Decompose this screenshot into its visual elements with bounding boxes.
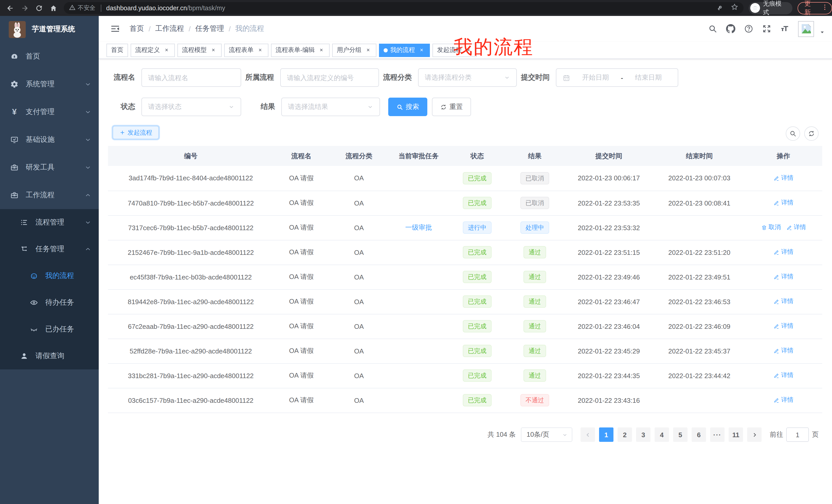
close-icon[interactable]: × (418, 47, 425, 54)
refresh-icon (440, 104, 447, 110)
detail-link[interactable]: 详情 (773, 248, 794, 257)
tab-process-form-edit[interactable]: 流程表单-编辑× (271, 44, 330, 57)
next-page-button[interactable] (747, 427, 761, 442)
tab-my-process[interactable]: 我的流程× (379, 44, 430, 57)
fullscreen-icon[interactable] (762, 24, 771, 33)
browser-home-icon[interactable] (46, 1, 61, 15)
date-range-picker[interactable]: 开始日期 - 结束日期 (556, 68, 678, 87)
help-icon[interactable] (744, 24, 753, 33)
sidebar-item-infrastructure[interactable]: 基础设施 (0, 126, 99, 153)
prev-page-button[interactable] (580, 427, 595, 442)
tab-home[interactable]: 首页 (106, 44, 128, 57)
chevron-down-icon (562, 432, 568, 438)
avatar[interactable] (798, 21, 814, 37)
sidebar-collapse-icon[interactable] (110, 24, 120, 34)
url-text[interactable]: dashboard.yudao.iocoder.cn/bpm/task/my (106, 4, 225, 11)
tab-user-group[interactable]: 用户分组× (332, 44, 376, 57)
browser-back-icon[interactable] (3, 1, 18, 15)
detail-link[interactable]: 详情 (773, 346, 794, 355)
search-icon[interactable] (708, 24, 717, 33)
create-process-button[interactable]: 发起流程 (113, 126, 159, 139)
page-button-2[interactable]: 2 (618, 427, 632, 442)
sidebar-item-workflow[interactable]: 工作流程 (0, 181, 99, 209)
process-definition-input[interactable] (287, 74, 372, 81)
sidebar-item-todo-tasks[interactable]: 待办任务 (0, 289, 99, 316)
avatar-dropdown-caret-icon[interactable] (820, 30, 825, 35)
table-row: 2152467e-7b9b-11ec-9a1b-acde48001122OA 请… (108, 240, 822, 264)
detail-link[interactable]: 详情 (773, 297, 794, 306)
sidebar-item-payment-mgmt[interactable]: ¥支付管理 (0, 98, 99, 126)
sidebar-item-my-process[interactable]: 我的流程 (0, 262, 99, 289)
tab-process-model[interactable]: 流程模型× (177, 44, 222, 57)
search-button[interactable]: 搜索 (388, 97, 427, 116)
page-button-6[interactable]: 6 (692, 427, 706, 442)
detail-link[interactable]: 详情 (786, 223, 806, 232)
breadcrumb-workflow[interactable]: 工作流程 (155, 24, 184, 33)
category-select[interactable]: 请选择流程分类 (418, 68, 517, 87)
table-body: 3ad174fb-7b9d-11ec-8404-acde48001122OA 请… (108, 166, 822, 413)
cancel-link[interactable]: 取消 (761, 223, 781, 232)
browser-forward-icon[interactable] (18, 1, 32, 15)
result-select[interactable]: 请选择流结果 (281, 97, 380, 116)
cell-result: 通过 (506, 314, 564, 339)
close-icon[interactable]: × (365, 47, 372, 54)
font-size-icon[interactable] (780, 24, 789, 33)
sidebar-item-task-mgmt[interactable]: 任务管理 (0, 236, 99, 262)
detail-link[interactable]: 详情 (773, 322, 794, 331)
tab-process-form[interactable]: 流程表单× (224, 44, 268, 57)
sidebar-item-leave-query[interactable]: 请假查询 (0, 343, 99, 369)
sidebar-item-process-mgmt[interactable]: 流程管理 (0, 209, 99, 236)
result-badge: 不通过 (520, 394, 549, 407)
sidebar-item-system-mgmt[interactable]: 系统管理 (0, 71, 99, 98)
bookmark-star-icon[interactable] (731, 3, 738, 13)
tab-process-definition[interactable]: 流程定义× (131, 44, 175, 57)
page-button-1[interactable]: 1 (599, 427, 614, 442)
pager-more[interactable]: ··· (710, 427, 725, 442)
page-size-select[interactable]: 10条/页 (521, 427, 572, 442)
status-select[interactable]: 请选择状态 (141, 97, 241, 116)
start-date-placeholder[interactable]: 开始日期 (572, 73, 619, 82)
close-icon[interactable]: × (318, 47, 325, 54)
detail-link[interactable]: 详情 (773, 174, 794, 183)
edit-icon (773, 175, 780, 181)
goto-page-input[interactable] (786, 427, 809, 442)
breadcrumb-home[interactable]: 首页 (130, 24, 144, 33)
page-button-3[interactable]: 3 (636, 427, 650, 442)
process-name-input[interactable] (148, 74, 234, 81)
cell-id: 2152467e-7b9b-11ec-9a1b-acde48001122 (108, 240, 274, 264)
page-button-5[interactable]: 5 (673, 427, 687, 442)
filter-row-1: 流程名 所属流程 流程分类 请选择流程分类 提交时间 (99, 68, 682, 87)
chevron-down-icon (85, 164, 91, 171)
app-logo[interactable]: 芋道管理系统 (0, 16, 99, 43)
sidebar-item-home[interactable]: 首页 (0, 43, 99, 71)
detail-link[interactable]: 详情 (773, 371, 794, 380)
browser-update-button[interactable]: 更新 (798, 2, 832, 14)
page-button-11[interactable]: 11 (729, 427, 743, 442)
close-icon[interactable]: × (210, 47, 217, 54)
breadcrumb-task-mgmt[interactable]: 任务管理 (196, 24, 224, 33)
kebab-menu-icon[interactable] (821, 3, 828, 12)
detail-link[interactable]: 详情 (773, 199, 794, 207)
page-button-4[interactable]: 4 (655, 427, 669, 442)
password-key-icon[interactable] (716, 3, 724, 13)
detail-link[interactable]: 详情 (773, 396, 794, 404)
cell-actions: 详情 (745, 363, 822, 388)
task-link[interactable]: 一级审批 (405, 223, 432, 231)
github-icon[interactable] (726, 24, 735, 33)
close-icon[interactable]: × (163, 47, 170, 54)
filter-definition-label: 所属流程 (245, 73, 280, 82)
address-bar[interactable]: 不安全 dashboard.yudao.iocoder.cn/bpm/task/… (64, 2, 744, 14)
eye-icon (30, 299, 38, 307)
end-date-placeholder[interactable]: 结束日期 (625, 73, 672, 82)
detail-link[interactable]: 详情 (773, 273, 794, 281)
cell-id: 7317cec6-7b9b-11ec-b5b7-acde48001122 (108, 215, 274, 240)
sidebar-item-done-tasks[interactable]: 已办任务 (0, 316, 99, 343)
reset-button[interactable]: 重置 (432, 97, 471, 116)
refresh-table-button[interactable] (804, 127, 818, 141)
browser-reload-icon[interactable] (32, 1, 46, 15)
security-warning[interactable]: 不安全 (69, 4, 95, 12)
close-icon[interactable]: × (257, 47, 264, 54)
tab-label: 我的流程 (390, 46, 415, 54)
toggle-search-button[interactable] (786, 127, 800, 141)
sidebar-item-dev-tools[interactable]: 研发工具 (0, 153, 99, 181)
